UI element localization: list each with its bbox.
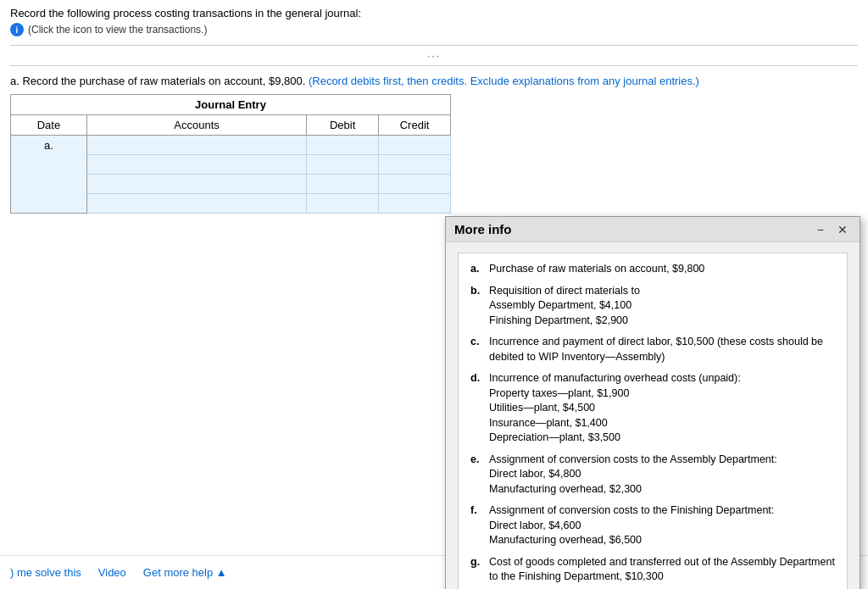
journal-entry-title: Journal Entry: [10, 94, 451, 114]
credit-cell-3: [379, 175, 451, 194]
debit-input-1[interactable]: [307, 136, 378, 154]
col-debit: Debit: [307, 115, 379, 136]
info-content-c: Incurrence and payment of direct labor, …: [489, 335, 835, 364]
info-label-g: g.: [470, 555, 489, 585]
click-info-text: (Click the icon to view the transactions…: [28, 24, 207, 36]
modal-inner-box: a. Purchase of raw materials on account,…: [458, 253, 848, 589]
credit-cell-2: [379, 155, 451, 175]
journal-entry-container: Journal Entry Date Accounts Debit Credit…: [10, 94, 451, 214]
debit-cell-2: [307, 155, 379, 175]
info-content-b: Requisition of direct materials to Assem…: [489, 284, 835, 329]
info-label-d: d.: [470, 371, 489, 446]
video-link[interactable]: Video: [98, 566, 126, 579]
main-content: Record the following process costing tra…: [0, 0, 868, 214]
debit-input-4[interactable]: [307, 194, 378, 213]
transaction-label: a. Record the purchase of raw materials …: [10, 75, 858, 87]
account-input-2[interactable]: [87, 155, 306, 174]
account-input-3[interactable]: [87, 175, 306, 193]
info-item-b: b. Requisition of direct materials to As…: [470, 284, 835, 329]
info-label-a: a.: [470, 262, 489, 277]
info-label-e: e.: [470, 453, 489, 497]
credit-input-3[interactable]: [379, 175, 450, 193]
info-item-e: e. Assignment of conversion costs to the…: [470, 453, 835, 497]
info-item-f: f. Assignment of conversion costs to the…: [470, 503, 835, 548]
debit-cell-4: [307, 194, 379, 214]
table-header-row: Date Accounts Debit Credit: [11, 115, 451, 136]
more-info-modal: More info − ✕ a. Purchase of raw materia…: [445, 216, 860, 589]
account-input-4[interactable]: [87, 194, 306, 213]
info-content-d: Incurrence of manufacturing overhead cos…: [489, 371, 835, 446]
account-cell-2: [86, 155, 306, 175]
info-item-d: d. Incurrence of manufacturing overhead …: [470, 371, 835, 446]
info-content-g: Cost of goods completed and transferred …: [489, 555, 835, 585]
account-cell-1: [86, 136, 306, 155]
debit-cell-3: [307, 175, 379, 194]
info-item-a: a. Purchase of raw materials on account,…: [470, 262, 835, 277]
info-item-c: c. Incurrence and payment of direct labo…: [470, 335, 835, 364]
info-content-f: Assignment of conversion costs to the Fi…: [489, 503, 835, 548]
credit-input-1[interactable]: [379, 136, 450, 154]
info-content-e: Assignment of conversion costs to the As…: [489, 453, 835, 497]
info-item-g: g. Cost of goods completed and transferr…: [470, 555, 835, 585]
info-content-a: Purchase of raw materials on account, $9…: [489, 262, 835, 277]
help-me-link[interactable]: ) me solve this: [10, 566, 81, 579]
modal-titlebar: More info − ✕: [446, 217, 860, 242]
col-accounts: Accounts: [86, 115, 306, 136]
col-date: Date: [11, 115, 87, 136]
col-credit: Credit: [379, 115, 451, 136]
debit-cell-1: [307, 136, 379, 155]
debit-input-3[interactable]: [307, 175, 378, 193]
transaction-a-note: (Record debits first, then credits. Excl…: [309, 75, 699, 87]
info-icon[interactable]: i: [10, 23, 24, 36]
account-cell-4: [86, 194, 306, 214]
scroll-dots: ···: [427, 50, 441, 62]
credit-cell-1: [379, 136, 451, 155]
debit-input-2[interactable]: [307, 155, 378, 174]
account-input-1[interactable]: [87, 136, 306, 154]
info-label-f: f.: [470, 503, 489, 548]
info-label-c: c.: [470, 335, 489, 364]
get-more-help-link[interactable]: Get more help ▲: [143, 566, 227, 579]
minimize-button[interactable]: −: [814, 223, 827, 236]
credit-input-4[interactable]: [379, 194, 450, 213]
instructions-text: Record the following process costing tra…: [10, 7, 858, 19]
scroll-indicator: ···: [10, 45, 858, 66]
modal-title: More info: [454, 222, 512, 236]
credit-input-2[interactable]: [379, 155, 450, 174]
table-row-a1: a.: [11, 136, 451, 155]
credit-cell-4: [379, 194, 451, 214]
transaction-a-label: a. Record the purchase of raw materials …: [10, 75, 305, 87]
date-cell-a: a.: [11, 136, 87, 214]
close-button[interactable]: ✕: [834, 223, 851, 236]
click-info-row: i (Click the icon to view the transactio…: [10, 23, 858, 36]
account-cell-3: [86, 175, 306, 194]
info-label-b: b.: [470, 284, 489, 329]
modal-controls: − ✕: [814, 223, 851, 236]
journal-table: Date Accounts Debit Credit a.: [10, 114, 451, 214]
modal-body: a. Purchase of raw materials on account,…: [446, 242, 860, 589]
